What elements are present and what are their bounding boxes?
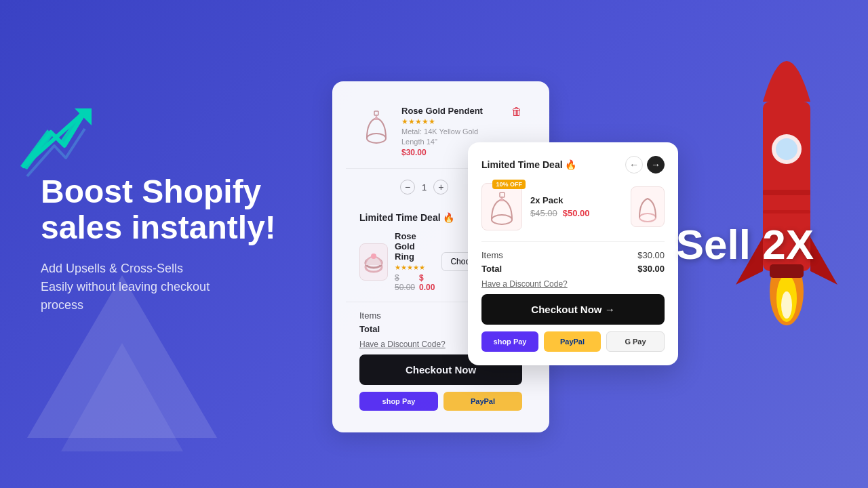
deal-product-img-back [359, 243, 388, 281]
product-stars-back: ★★★★★ [401, 117, 503, 126]
gpay-button-front[interactable]: G Pay [606, 331, 665, 352]
hero-title: Boost Shopify sales instantly! [41, 174, 326, 246]
next-arrow[interactable]: → [647, 156, 665, 174]
svg-point-20 [776, 138, 797, 160]
total-row-front: Total $30.00 [481, 264, 665, 274]
hero-subtitle: Add Upsells & Cross-Sells Easily without… [41, 259, 326, 314]
hero-section: Boost Shopify sales instantly! Add Upsel… [41, 174, 326, 314]
deal-popup-product: 10% OFF 2x Pack $45.00 $50.00 [481, 183, 665, 230]
totals-section-front: Items $30.00 Total $30.00 [481, 241, 665, 274]
product-meta-back: Metal: 14K Yellow Gold [401, 127, 503, 136]
deal-popup-info: 2x Pack $45.00 $50.00 [530, 195, 623, 218]
deal-popup-img: 10% OFF [481, 183, 522, 230]
product-image-back [359, 106, 393, 146]
payment-buttons-front: shop Pay PayPal G Pay [481, 331, 665, 352]
prev-arrow[interactable]: ← [625, 156, 643, 174]
off-badge: 10% OFF [492, 180, 526, 189]
shoppay-button-front[interactable]: shop Pay [481, 331, 538, 352]
deal-price-back: $ 50.00 $ 0.00 [395, 273, 435, 292]
popup-price-new: $50.00 [563, 208, 590, 218]
deal-popup-title: Limited Time Deal 🔥 [481, 159, 576, 170]
paypal-button-front[interactable]: PayPal [544, 331, 601, 352]
qty-decrease-btn[interactable]: − [400, 180, 415, 195]
svg-rect-13 [500, 192, 505, 197]
cart-card-front: Limited Time Deal 🔥 ← → 10% OFF [468, 142, 678, 365]
rocket-illustration [698, 0, 868, 339]
popup-price-orig: $45.00 [530, 208, 557, 218]
quantity-value: 1 [422, 182, 427, 192]
svg-point-11 [492, 215, 512, 224]
checkout-button-front[interactable]: Checkout Now → [481, 294, 665, 325]
deal-name-back: Rose Gold Ring [395, 231, 435, 262]
svg-marker-1 [61, 343, 183, 451]
nav-arrows: ← → [625, 156, 665, 174]
paypal-button-back[interactable]: PayPal [443, 392, 522, 411]
deal-product-info-back: Rose Gold Ring ★★★★★ $ 50.00 $ 0.00 [395, 231, 435, 292]
discount-link-front[interactable]: Have a Discount Code? [481, 279, 665, 289]
svg-point-5 [367, 134, 386, 143]
svg-point-10 [371, 253, 376, 259]
svg-point-17 [781, 291, 792, 319]
svg-rect-21 [763, 190, 810, 195]
deal-stars-back: ★★★★★ [395, 264, 435, 271]
sell-2x-badge: Sell 2X [676, 220, 814, 268]
product-name-back: Rose Gold Pendent [401, 106, 503, 116]
payment-buttons-back: shop Pay PayPal [359, 392, 522, 411]
shoppay-button-back[interactable]: shop Pay [359, 392, 438, 411]
svg-point-14 [639, 214, 656, 222]
svg-marker-12 [500, 196, 504, 201]
svg-rect-22 [763, 210, 810, 214]
deal-popup-name: 2x Pack [530, 195, 623, 205]
qty-increase-btn[interactable]: + [433, 180, 448, 195]
delete-icon[interactable]: 🗑 [511, 106, 522, 118]
items-row-front: Items $30.00 [481, 250, 665, 260]
deal-popup-prices: $45.00 $50.00 [530, 208, 623, 218]
chart-arrow-icon [17, 105, 92, 182]
deal-second-product-preview [631, 186, 665, 227]
deal-popup-header: Limited Time Deal 🔥 ← → [481, 156, 665, 174]
